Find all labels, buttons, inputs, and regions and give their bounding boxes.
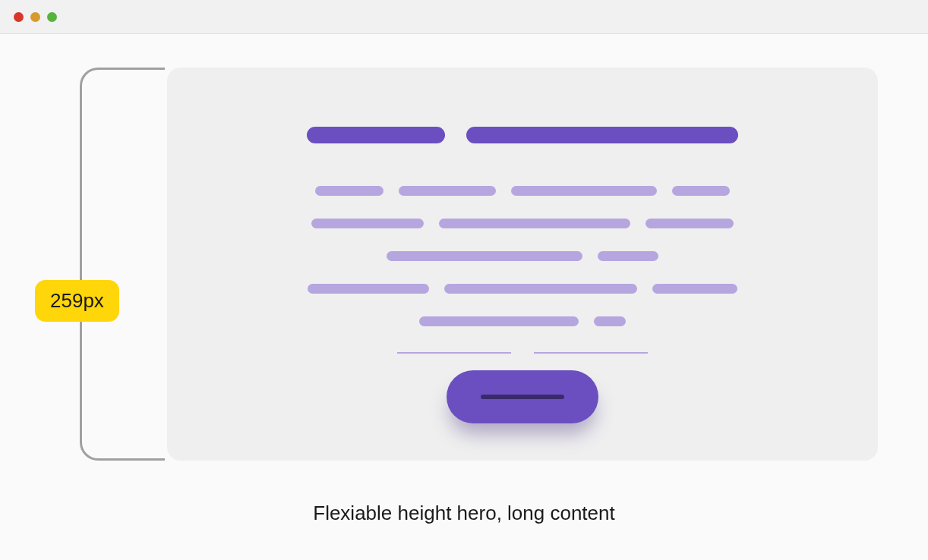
- cta-button[interactable]: [447, 370, 598, 423]
- close-icon[interactable]: [14, 12, 24, 22]
- hero-body-placeholder: [308, 186, 737, 326]
- window-titlebar: [0, 0, 928, 34]
- body-bar: [598, 251, 658, 261]
- diagram-stage: 259px: [0, 34, 928, 525]
- body-bar: [399, 186, 496, 196]
- body-bar: [645, 219, 734, 228]
- maximize-icon[interactable]: [47, 12, 57, 22]
- body-bar: [419, 316, 579, 326]
- body-row: [315, 186, 730, 196]
- hero-title-placeholder: [307, 127, 738, 143]
- measurement-badge: 259px: [35, 280, 119, 322]
- title-bar: [466, 127, 738, 143]
- body-bar: [311, 219, 424, 228]
- body-bar: [594, 316, 626, 326]
- hero-card: [167, 68, 878, 461]
- body-bar: [444, 284, 637, 294]
- body-bar: [652, 284, 737, 294]
- body-bar: [439, 219, 630, 228]
- diagram-caption: Flexiable height hero, long content: [52, 502, 876, 525]
- body-bar: [511, 186, 657, 196]
- title-bar: [307, 127, 445, 143]
- body-bar: [308, 284, 429, 294]
- body-bar: [387, 251, 582, 261]
- divider-row: [397, 352, 648, 354]
- divider-bar: [534, 352, 648, 354]
- minimize-icon[interactable]: [30, 12, 40, 22]
- body-bar: [315, 186, 384, 196]
- cta-label-placeholder: [481, 395, 564, 399]
- body-row: [419, 316, 626, 326]
- measurement-bracket: [80, 68, 165, 461]
- body-bar: [672, 186, 730, 196]
- body-row: [311, 219, 734, 228]
- body-row: [387, 251, 658, 261]
- divider-bar: [397, 352, 511, 354]
- body-row: [308, 284, 737, 294]
